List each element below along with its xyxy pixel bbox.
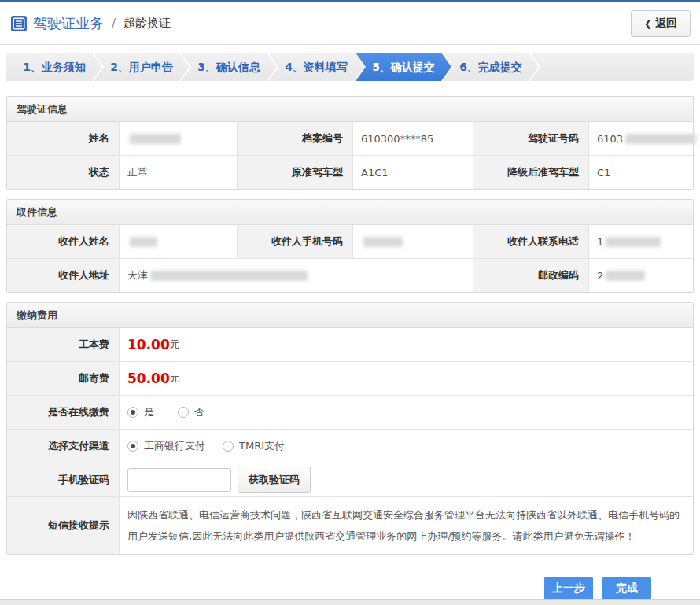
field-text: 天津 [127, 268, 148, 282]
fee-unit: 元 [170, 371, 180, 386]
field-text: C1 [597, 167, 610, 179]
table-row: 姓名 档案编号 610300****85 驾驶证号码 6103 [7, 122, 693, 155]
field-value-recipient-mobile [352, 225, 473, 258]
field-value-recipient-name [119, 225, 237, 258]
field-value-original-class: A1C1 [352, 156, 473, 189]
field-text: 1 [597, 236, 603, 248]
redacted-value [130, 237, 157, 247]
field-label-recipient-phone: 收件人联系电话 [473, 225, 588, 258]
bottom-page-edge [0, 599, 700, 605]
radio-label: 是 [144, 405, 154, 419]
table-row: 收件人地址 天津 邮政编码 2 [7, 258, 693, 292]
get-code-button[interactable]: 获取验证码 [238, 467, 311, 493]
field-value-downgraded-class: C1 [588, 156, 693, 189]
step-label: 2、用户申告 [110, 61, 173, 73]
table-row: 选择支付渠道 工商银行支付 TMRI支付 [7, 429, 693, 463]
back-button-label: 返回 [655, 17, 677, 31]
field-value-production-fee: 10.00元 [119, 328, 693, 361]
radio-unselected-icon[interactable] [178, 407, 189, 418]
radio-option-icbc[interactable]: 工商银行支付 [127, 439, 205, 453]
table-row: 邮寄费 50.00元 [7, 361, 693, 395]
footer-actions: 上一步 完成 [6, 555, 694, 600]
step-4-fill-data[interactable]: 4、资料填写 [268, 53, 364, 81]
finish-button[interactable]: 完成 [602, 577, 651, 600]
field-label-status: 状态 [7, 156, 119, 189]
step-5-confirm-submit[interactable]: 5、确认提交 [356, 53, 451, 81]
main-content: 1、业务须知 2、用户申告 3、确认信息 4、资料填写 5、确认提交 6、完成提… [0, 53, 700, 600]
field-label-pay-online: 是否在线缴费 [7, 396, 119, 429]
chevron-left-icon: ❮ [644, 18, 652, 29]
field-value-recipient-address: 天津 [119, 259, 473, 292]
field-label-license-number: 驾驶证号码 [473, 122, 588, 155]
redacted-value [363, 237, 403, 247]
field-value-mailing-fee: 50.00元 [119, 362, 693, 395]
step-progress-bar: 1、业务须知 2、用户申告 3、确认信息 4、资料填写 5、确认提交 6、完成提… [6, 53, 694, 81]
previous-step-button[interactable]: 上一步 [544, 577, 593, 600]
table-row: 工本费 10.00元 [7, 328, 693, 361]
step-label: 1、业务须知 [23, 61, 86, 73]
radio-selected-icon[interactable] [127, 407, 138, 418]
field-text: 6103 [597, 133, 623, 145]
page-title: 驾驶证业务 [33, 14, 104, 33]
sms-code-input[interactable] [127, 468, 231, 492]
field-text: 610300****85 [361, 133, 433, 145]
pickup-info-panel: 取件信息 收件人姓名 收件人手机号码 收件人联系电话 1 收件人地址 天津 邮政… [6, 199, 694, 293]
radio-option-no[interactable]: 否 [178, 405, 204, 419]
redacted-value [150, 271, 308, 281]
field-label-original-class: 原准驾车型 [237, 156, 352, 189]
field-label-downgraded-class: 降级后准驾车型 [473, 156, 588, 189]
field-label-sms-notice: 短信接收提示 [7, 497, 119, 554]
table-row: 状态 正常 原准驾车型 A1C1 降级后准驾车型 C1 [7, 155, 693, 189]
license-service-icon [11, 16, 27, 31]
radio-label: 工商银行支付 [144, 439, 205, 453]
field-label-recipient-name: 收件人姓名 [7, 225, 119, 258]
production-fee-amount: 10.00 [127, 337, 170, 352]
field-label-mailing-fee: 邮寄费 [7, 362, 119, 395]
license-info-title: 驾驶证信息 [7, 97, 693, 122]
step-label: 6、完成提交 [459, 61, 522, 73]
sms-code-row: 获取验证码 [119, 463, 693, 496]
step-3-confirm-info[interactable]: 3、确认信息 [181, 53, 277, 81]
radio-option-yes[interactable]: 是 [127, 405, 154, 419]
redacted-value [606, 237, 661, 247]
field-label-postal-code: 邮政编码 [473, 259, 588, 292]
field-label-recipient-address: 收件人地址 [7, 259, 119, 292]
radio-unselected-icon[interactable] [223, 441, 234, 452]
table-row: 短信接收提示 因陕西省联通、电信运营商技术问题，陕西省互联网交通安全综合服务管理… [7, 496, 693, 554]
redacted-value [606, 271, 645, 281]
payment-channel-options: 工商银行支付 TMRI支付 [119, 430, 693, 463]
license-info-panel: 驾驶证信息 姓名 档案编号 610300****85 驾驶证号码 6103 状态… [6, 96, 694, 190]
breadcrumb-separator: / [112, 17, 116, 31]
field-label-production-fee: 工本费 [7, 328, 119, 361]
redacted-value [625, 134, 696, 144]
back-button[interactable]: ❮ 返回 [631, 10, 691, 37]
table-row: 收件人姓名 收件人手机号码 收件人联系电话 1 [7, 225, 693, 258]
fee-unit: 元 [170, 338, 180, 352]
payment-title: 缴纳费用 [7, 303, 693, 328]
step-2-user-declaration[interactable]: 2、用户申告 [94, 53, 190, 81]
field-value-recipient-phone: 1 [588, 225, 693, 258]
step-1-business-notice[interactable]: 1、业务须知 [6, 53, 102, 81]
field-label-name: 姓名 [7, 122, 119, 155]
field-value-status: 正常 [119, 156, 237, 189]
field-value-name [119, 122, 237, 155]
redacted-value [130, 134, 181, 144]
table-row: 是否在线缴费 是 否 [7, 395, 693, 429]
field-text: 正常 [127, 165, 148, 179]
radio-selected-icon[interactable] [127, 441, 138, 452]
step-label: 3、确认信息 [197, 61, 260, 73]
field-text: A1C1 [361, 167, 389, 179]
step-label: 5、确认提交 [372, 61, 435, 73]
breadcrumb: 驾驶证业务 / 超龄换证 [11, 14, 171, 33]
field-label-sms-code: 手机验证码 [7, 463, 119, 496]
pay-online-options: 是 否 [119, 396, 693, 429]
step-label: 4、资料填写 [285, 61, 348, 73]
field-value-file-number: 610300****85 [352, 122, 473, 155]
field-text: 2 [597, 270, 603, 282]
breadcrumb-current: 超龄换证 [123, 16, 171, 31]
radio-option-tmri[interactable]: TMRI支付 [223, 439, 285, 453]
step-6-finish-submit[interactable]: 6、完成提交 [443, 53, 539, 81]
field-value-postal-code: 2 [588, 259, 693, 292]
payment-panel: 缴纳费用 工本费 10.00元 邮寄费 50.00元 是否在线缴费 是 [6, 302, 694, 555]
mailing-fee-amount: 50.00 [127, 371, 170, 386]
